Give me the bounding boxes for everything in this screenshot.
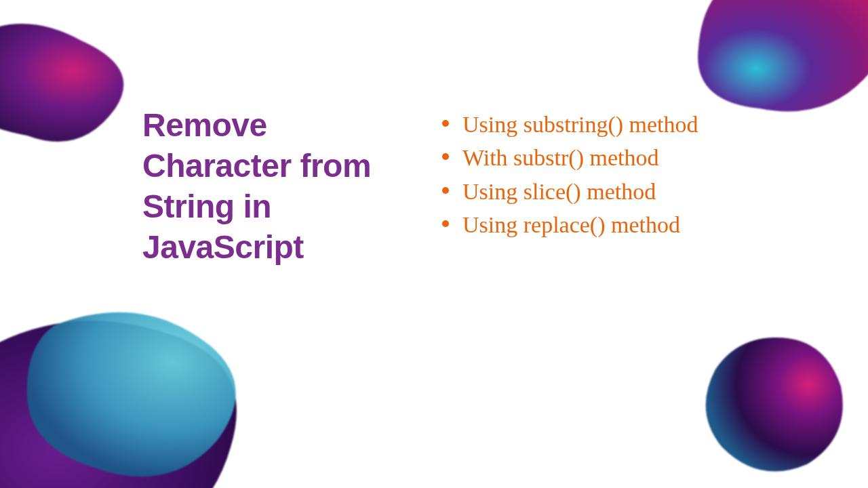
page-title: Remove Character from String in JavaScri… (142, 105, 400, 268)
methods-list: Using substring() method With substr() m… (441, 105, 698, 268)
list-item: Using substring() method (441, 108, 698, 141)
decorative-blob-bottom-right (698, 332, 848, 474)
decorative-blob-bottom-left (0, 271, 271, 488)
list-item: With substr() method (441, 141, 698, 174)
list-item: Using replace() method (441, 208, 698, 241)
list-item: Using slice() method (441, 175, 698, 208)
decorative-blob-top-left (0, 20, 149, 156)
